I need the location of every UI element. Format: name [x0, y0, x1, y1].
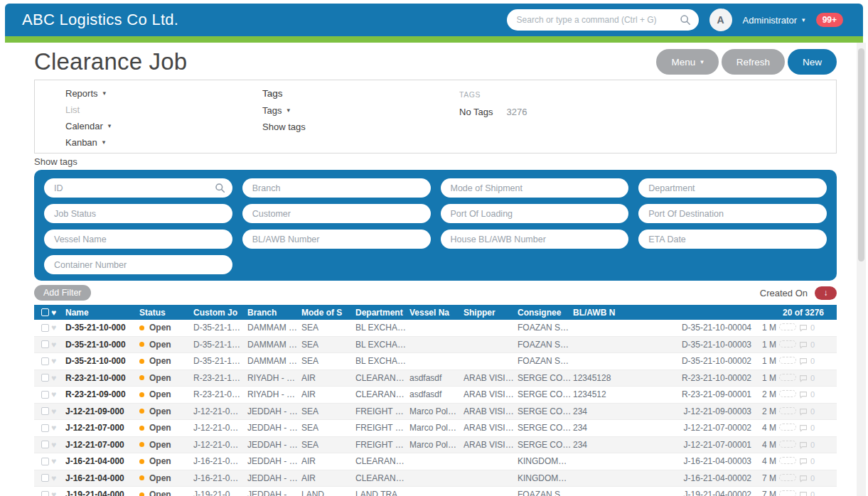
sort-direction-button[interactable]: ↓: [815, 286, 837, 300]
row-checkbox[interactable]: [41, 424, 49, 432]
heart-icon[interactable]: ♥: [51, 390, 65, 399]
row-name[interactable]: R-23-21-09-000: [65, 389, 139, 399]
app-brand[interactable]: ABC Logistics Co Ltd.: [22, 11, 178, 29]
heart-icon[interactable]: ♥: [51, 308, 65, 317]
table-row[interactable]: ♥ R-23-21-10-000 Open R-23-21-1… RIYADH …: [34, 370, 837, 387]
filter-job-status-input[interactable]: [44, 204, 232, 223]
avatar[interactable]: A: [709, 9, 732, 31]
filter-id-input[interactable]: [44, 178, 232, 198]
table-row[interactable]: ♥ D-35-21-10-000 Open D-35-21-1… DAMMAM …: [34, 320, 837, 337]
show-tags-link-bottom[interactable]: Show tags: [34, 156, 837, 167]
filter-customer-input[interactable]: [242, 204, 431, 223]
show-tags-link[interactable]: Show tags: [262, 122, 459, 132]
table-row[interactable]: ♥ J-12-21-07-000 Open J-12-21-0… JEDDAH …: [34, 437, 837, 454]
row-name[interactable]: J-16-21-04-000: [65, 473, 139, 483]
filter-eta-date-input[interactable]: [638, 230, 827, 249]
heart-icon[interactable]: ♥: [51, 357, 65, 365]
tags-dropdown[interactable]: Tags ▾: [262, 105, 459, 116]
heart-icon[interactable]: ♥: [51, 407, 65, 416]
row-name[interactable]: R-23-21-10-000: [65, 373, 139, 383]
view-item-reports[interactable]: Reports ▾: [65, 88, 262, 99]
table-row[interactable]: ♥ D-35-21-10-000 Open D-35-21-1… DAMMAM …: [34, 337, 837, 354]
global-search-input[interactable]: [507, 9, 699, 31]
row-checkbox[interactable]: [41, 407, 49, 415]
row-name[interactable]: J-12-21-09-000: [65, 406, 139, 416]
row-checkbox[interactable]: [41, 324, 49, 332]
heart-icon[interactable]: ♥: [51, 424, 65, 432]
row-name[interactable]: D-35-21-10-000: [65, 356, 139, 366]
table-row[interactable]: ♥ J-16-21-04-000 Open J-16-21-0… JEDDAH …: [34, 470, 837, 487]
filter-mode-of-shipment-input[interactable]: [441, 178, 629, 198]
row-consignee: FOAZAN S…: [518, 490, 573, 496]
sort-field-label[interactable]: Created On: [760, 288, 808, 298]
notifications-badge[interactable]: 99+: [816, 13, 843, 27]
heart-icon[interactable]: ♥: [51, 457, 65, 465]
filter-vessel-name-input[interactable]: [44, 230, 232, 249]
menu-button[interactable]: Menu ▾: [656, 49, 718, 75]
row-name[interactable]: J-12-21-07-000: [65, 423, 139, 433]
col-header-vessel[interactable]: Vessel Na: [409, 308, 464, 318]
assignee-placeholder: [779, 407, 796, 414]
table-row[interactable]: ♥ J-12-21-09-000 Open J-12-21-0… JEDDAH …: [34, 404, 837, 421]
col-header-name[interactable]: Name: [65, 308, 139, 318]
row-vessel: asdfasdf: [409, 389, 464, 399]
new-button[interactable]: New: [788, 49, 837, 75]
scrollbar-thumb[interactable]: [858, 48, 864, 262]
row-checkbox[interactable]: [41, 491, 49, 496]
table-row[interactable]: ♥ J-12-21-07-000 Open J-12-21-0… JEDDAH …: [34, 420, 837, 437]
row-checkbox[interactable]: [41, 441, 49, 448]
row-modified: 1 M: [756, 356, 779, 366]
add-filter-button[interactable]: Add Filter: [34, 285, 91, 301]
table-row[interactable]: ♥ J-19-21-04-000 Open J-19-21-0… JEDDAH …: [34, 487, 837, 496]
row-id: J-19-21-04-00002: [641, 490, 756, 496]
heart-icon[interactable]: ♥: [51, 323, 65, 332]
row-consignee: SERGE CO…: [518, 423, 573, 433]
row-name[interactable]: D-35-21-10-000: [65, 340, 139, 350]
col-header-branch[interactable]: Branch: [247, 308, 301, 318]
col-header-custom-job[interactable]: Custom Jo: [193, 308, 247, 318]
col-header-department[interactable]: Department: [355, 308, 409, 318]
view-item-list[interactable]: List: [65, 104, 262, 115]
row-checkbox[interactable]: [41, 340, 49, 348]
col-header-mode[interactable]: Mode of S: [301, 308, 355, 318]
col-header-shipper[interactable]: Shipper: [464, 308, 518, 318]
heart-icon[interactable]: ♥: [51, 374, 65, 382]
filter-branch-input[interactable]: [242, 178, 431, 198]
filter-department-input[interactable]: [638, 178, 827, 198]
heart-icon[interactable]: ♥: [51, 340, 65, 349]
row-name[interactable]: J-12-21-07-000: [65, 440, 139, 450]
row-name[interactable]: D-35-21-10-000: [65, 323, 139, 333]
table-row[interactable]: ♥ R-23-21-09-000 Open R-23-21-0… RIYADH …: [34, 387, 837, 404]
tag-name[interactable]: No Tags: [459, 107, 493, 117]
filter-blawb-number-input[interactable]: [242, 230, 431, 249]
heart-icon[interactable]: ♥: [51, 441, 65, 449]
heart-icon[interactable]: ♥: [51, 474, 65, 482]
filter-container-number-input[interactable]: [44, 255, 232, 274]
row-checkbox[interactable]: [41, 474, 49, 482]
row-checkbox[interactable]: [41, 458, 49, 465]
view-item-kanban[interactable]: Kanban ▾: [65, 137, 262, 148]
filter-port-of-loading-input[interactable]: [441, 204, 629, 223]
assignee-cell: [779, 473, 799, 483]
filter-house-blawb-input[interactable]: [441, 230, 629, 249]
record-count[interactable]: 20 of 3276: [641, 308, 837, 318]
table-row[interactable]: ♥ D-35-21-10-000 Open D-35-21-1… DAMMAM …: [34, 353, 837, 370]
vertical-scrollbar[interactable]: [857, 43, 866, 496]
row-checkbox[interactable]: [41, 357, 49, 365]
refresh-button[interactable]: Refresh: [722, 49, 785, 75]
row-name[interactable]: J-16-21-04-000: [65, 456, 139, 466]
select-all-checkbox[interactable]: [41, 308, 49, 316]
status-label: Open: [149, 473, 171, 483]
row-name[interactable]: J-19-21-04-000: [65, 490, 139, 496]
user-menu[interactable]: Administrator ▾: [743, 15, 805, 26]
heart-icon[interactable]: ♥: [51, 490, 65, 496]
row-checkbox[interactable]: [41, 391, 49, 399]
status-label: Open: [149, 389, 171, 399]
col-header-status[interactable]: Status: [139, 308, 193, 318]
view-item-calendar[interactable]: Calendar ▾: [65, 121, 262, 131]
table-row[interactable]: ♥ J-16-21-04-000 Open J-16-21-0… JEDDAH …: [34, 453, 837, 470]
col-header-consignee[interactable]: Consignee: [518, 308, 573, 318]
col-header-blawb[interactable]: BL/AWB N: [573, 308, 641, 318]
filter-port-of-destination-input[interactable]: [638, 204, 827, 223]
row-checkbox[interactable]: [41, 374, 49, 382]
